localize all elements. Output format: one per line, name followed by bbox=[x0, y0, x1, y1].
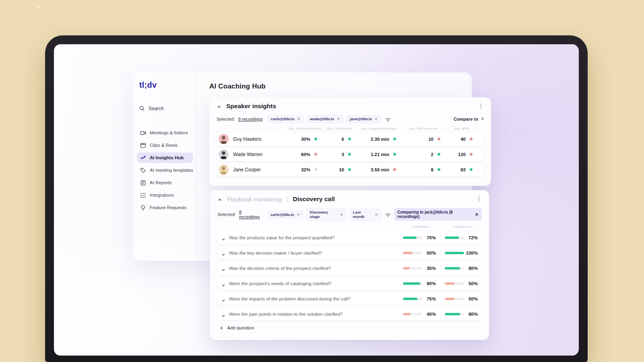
status-dot bbox=[470, 138, 473, 140]
selected-count-link[interactable]: 8 recordings bbox=[238, 117, 263, 121]
report-doc-icon bbox=[140, 180, 146, 186]
sidebar-item-integrations[interactable]: Integrations bbox=[137, 190, 193, 200]
filter-icon[interactable] bbox=[385, 212, 391, 217]
question-text: Was the decision criteria of the prospec… bbox=[229, 266, 331, 271]
progress-bar bbox=[403, 267, 422, 269]
filter-chip[interactable]: carlo@tldv.io ✕ bbox=[267, 211, 303, 218]
question-row[interactable]: Were the prospect's needs of cataloging … bbox=[217, 278, 482, 290]
chip-label: carlo@tldv.io bbox=[270, 212, 294, 217]
sidebar-item-label: AI Insights Hub bbox=[150, 155, 184, 160]
playbook-monitoring-card: Playbook monitoring | Discovery call Sel… bbox=[210, 190, 489, 340]
sidebar-item-clips-reels[interactable]: Clips & Reels bbox=[137, 140, 193, 150]
chip-label: carlo@tldv.io bbox=[270, 117, 294, 121]
kebab-menu-icon[interactable] bbox=[476, 196, 482, 202]
progress-bar bbox=[445, 282, 464, 285]
sidebar-item-meetings-folders[interactable]: Meetings & folders bbox=[137, 128, 193, 138]
compare-to-button[interactable]: Compare to bbox=[454, 117, 484, 121]
close-icon[interactable]: ✕ bbox=[336, 117, 340, 121]
filter-chip[interactable]: Last month ✕ bbox=[350, 208, 382, 220]
chip-label: jane@tldv.io bbox=[350, 117, 372, 121]
status-dot bbox=[438, 138, 440, 140]
question-row[interactable]: Was the products value for the prospect … bbox=[217, 232, 482, 244]
metric-value: 120 bbox=[458, 152, 466, 157]
selected-label: Selected: bbox=[217, 212, 236, 217]
sidebar-item-label: Meetings & folders bbox=[150, 130, 188, 135]
metric-value: 83 bbox=[460, 167, 466, 172]
metric-value: 6 bbox=[342, 137, 344, 142]
lightbulb-icon bbox=[140, 205, 146, 211]
question-text: Were the pain points in relation to the … bbox=[229, 312, 343, 317]
add-question-label: Add question bbox=[227, 325, 254, 330]
sidebar-item-label: Clips & Reels bbox=[150, 143, 178, 148]
table-column-headers: Avg. Talk time/meeting Avg. Questions/h … bbox=[217, 127, 484, 130]
collapse-chevron-up-icon[interactable] bbox=[217, 104, 221, 109]
sidebar-item-label: Feature Requests bbox=[150, 205, 186, 210]
desktop-background: tl;dv Search Meetings & folders bbox=[0, 0, 644, 362]
question-row[interactable]: Were the pain points in relation to the … bbox=[217, 308, 482, 320]
status-dot bbox=[438, 153, 440, 156]
kebab-menu-icon[interactable] bbox=[478, 103, 484, 109]
sidebar-item-ai-insights-hub[interactable]: AI Insights Hub bbox=[137, 152, 193, 163]
progress-bar bbox=[445, 298, 464, 300]
avatar bbox=[219, 165, 229, 175]
tag-icon bbox=[140, 167, 146, 173]
question-row[interactable]: Were the impacts of the problem discusse… bbox=[217, 293, 482, 305]
sidebar-search[interactable]: Search bbox=[139, 106, 196, 111]
metric-value: 3.56 min bbox=[371, 167, 389, 172]
trend-line-icon bbox=[140, 155, 146, 161]
progress-percent: 75% bbox=[422, 296, 436, 301]
filter-chip[interactable]: Discovery stage ✕ bbox=[306, 208, 346, 220]
close-icon[interactable]: ✕ bbox=[475, 212, 479, 217]
progress-bar bbox=[445, 252, 464, 254]
status-dot bbox=[314, 153, 317, 156]
chevron-down-icon bbox=[221, 297, 225, 301]
status-dot bbox=[348, 153, 351, 156]
title-separator: | bbox=[287, 196, 288, 202]
compare-column-headers: Jack@tldv.io Carlo@tldv.io bbox=[217, 225, 482, 228]
chevron-down-icon bbox=[221, 266, 225, 270]
speaker-name: Wade Warren bbox=[233, 152, 262, 157]
close-icon[interactable]: ✕ bbox=[297, 117, 300, 121]
sidebar-item-feature-requests[interactable]: Feature Requests bbox=[137, 202, 193, 213]
sidebar-item-ai-reports[interactable]: AI Reports bbox=[137, 177, 193, 188]
speaker-name: Jane Cooper bbox=[233, 167, 261, 173]
metric-value: 60% bbox=[301, 152, 310, 157]
question-row[interactable]: Was the decision criteria of the prospec… bbox=[217, 262, 482, 274]
status-dot bbox=[470, 168, 473, 171]
chip-label: Last month bbox=[353, 210, 372, 219]
laptop-screen: tl;dv Search Meetings & folders bbox=[54, 44, 579, 356]
status-dot bbox=[393, 168, 396, 171]
speaker-name: Guy Hawkins bbox=[233, 136, 262, 142]
laptop-frame: tl;dv Search Meetings & folders bbox=[45, 35, 588, 362]
progress-percent: 100% bbox=[464, 251, 478, 255]
compare-to-label: Compare to bbox=[454, 117, 478, 121]
question-text: Was the key decision maker / buyer clari… bbox=[229, 251, 322, 255]
sidebar-item-ai-meeting-templates[interactable]: AI meeting templates bbox=[137, 165, 193, 175]
progress-bar bbox=[403, 252, 422, 254]
selected-count-link[interactable]: 8 recordings bbox=[239, 210, 262, 219]
metric-value: 32% bbox=[301, 167, 310, 172]
table-row: Jane Cooper 32% 10 3.56 min 8 83 bbox=[217, 163, 484, 176]
close-icon[interactable]: ✕ bbox=[340, 212, 343, 217]
close-icon[interactable]: ✕ bbox=[297, 212, 300, 217]
comparing-to-pill[interactable]: Comparing to jack@tldv.io (8 recordings)… bbox=[394, 208, 482, 221]
clapperboard-icon bbox=[140, 142, 146, 148]
collapse-chevron-up-icon[interactable] bbox=[217, 197, 222, 202]
question-row[interactable]: Was the key decision maker / buyer clari… bbox=[217, 247, 482, 259]
close-icon[interactable]: ✕ bbox=[375, 212, 378, 217]
add-question-button[interactable]: + Add question bbox=[217, 325, 482, 331]
chevron-down-icon bbox=[221, 251, 225, 255]
filter-icon[interactable] bbox=[385, 117, 391, 121]
avatar bbox=[219, 149, 229, 159]
progress-percent: 50% bbox=[464, 281, 478, 286]
tldv-logo[interactable]: tl;dv bbox=[139, 80, 196, 90]
close-icon[interactable]: ✕ bbox=[374, 117, 378, 121]
filter-chip[interactable]: jane@tldv.io ✕ bbox=[347, 115, 381, 123]
metric-value: 10 bbox=[339, 167, 344, 172]
metric-value: 30% bbox=[301, 137, 310, 142]
question-text: Were the prospect's needs of cataloging … bbox=[229, 281, 331, 286]
filter-chip[interactable]: wade@tldv.io ✕ bbox=[307, 115, 343, 123]
chevron-right-icon bbox=[481, 117, 484, 121]
status-dot bbox=[314, 138, 317, 140]
filter-chip[interactable]: carlo@tldv.io ✕ bbox=[267, 115, 303, 123]
